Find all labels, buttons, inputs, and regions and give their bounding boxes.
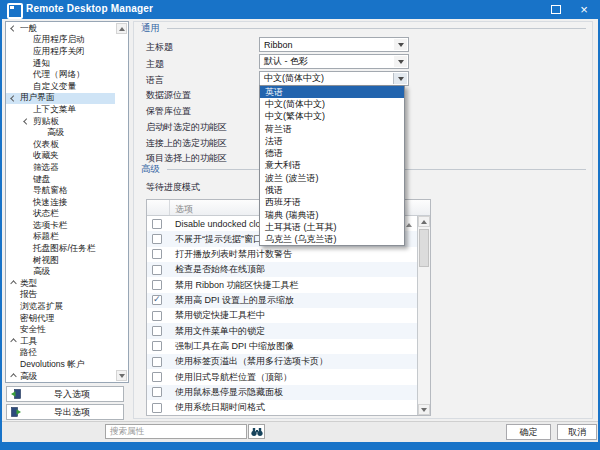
sidebar-item-自定义变量[interactable]: 自定义变量 xyxy=(6,81,115,93)
language-option[interactable]: 中文(繁体中文) xyxy=(260,111,404,123)
sidebar-item-label: 工具 xyxy=(20,336,37,348)
cancel-button[interactable]: 取消 xyxy=(557,424,597,440)
sidebar-item-应用程序启动[interactable]: 应用程序启动 xyxy=(6,35,115,47)
option-row[interactable]: 禁用文件菜单中的锁定 xyxy=(147,323,417,338)
language-option[interactable]: 意大利语 xyxy=(260,160,404,172)
sidebar-item-密钥代理[interactable]: 密钥代理 xyxy=(6,313,115,325)
tree-scroll-up-icon[interactable] xyxy=(116,23,127,34)
chevron-expanded-icon[interactable] xyxy=(10,95,16,101)
option-checkbox[interactable] xyxy=(152,295,162,305)
sidebar-item-键盘[interactable]: 键盘 xyxy=(6,174,115,186)
language-option[interactable]: 法语 xyxy=(260,135,404,147)
language-option[interactable]: 瑞典 (瑞典语) xyxy=(260,209,404,221)
language-option[interactable]: 土耳其语 (土耳其) xyxy=(260,221,404,233)
sidebar-item-路径[interactable]: 路径 xyxy=(6,348,115,360)
scroll-up-icon[interactable] xyxy=(418,216,430,227)
sidebar-item-导航窗格[interactable]: 导航窗格 xyxy=(6,185,115,197)
sidebar-item-label: 选项卡栏 xyxy=(33,220,67,232)
sidebar-item-label: 路径 xyxy=(20,347,37,359)
combobox-语言[interactable]: 中文(简体中文) xyxy=(259,71,409,86)
chevron-down-icon[interactable] xyxy=(393,73,407,84)
sidebar-item-类型[interactable]: 类型 xyxy=(6,278,115,290)
option-row[interactable]: 禁用 Ribbon 功能区快捷工具栏 xyxy=(147,277,417,292)
option-checkbox[interactable] xyxy=(152,357,162,367)
language-option[interactable]: 波兰 (波兰语) xyxy=(260,172,404,184)
option-checkbox[interactable] xyxy=(152,280,162,290)
option-label: 使用鼠标悬停显示隐藏面板 xyxy=(175,386,283,399)
language-option[interactable]: 西班牙语 xyxy=(260,197,404,209)
search-button[interactable] xyxy=(248,424,265,439)
search-input[interactable]: 搜索属性 xyxy=(105,424,247,439)
sidebar-item-状态栏[interactable]: 状态栏 xyxy=(6,209,115,221)
sidebar-item-浏览器扩展[interactable]: 浏览器扩展 xyxy=(6,301,115,313)
combobox-主标题[interactable]: Ribbon xyxy=(259,37,409,52)
option-row[interactable]: 使用鼠标悬停显示隐藏面板 xyxy=(147,385,417,400)
option-checkbox[interactable] xyxy=(152,326,162,336)
option-row[interactable]: 使用系统日期时间格式 xyxy=(147,400,417,415)
option-row[interactable]: 强制工具在高 DPI 中缩放图像 xyxy=(147,339,417,354)
sidebar-item-仪表板[interactable]: 仪表板 xyxy=(6,139,115,151)
sidebar-item-安全性[interactable]: 安全性 xyxy=(6,324,115,336)
option-row[interactable]: 检查是否始终在线顶部 xyxy=(147,262,417,277)
sidebar-item-标题栏[interactable]: 标题栏 xyxy=(6,232,115,244)
option-checkbox[interactable] xyxy=(152,234,162,244)
option-row[interactable]: 禁用锁定快捷工具栏中 xyxy=(147,308,417,323)
chevron-collapsed-icon[interactable] xyxy=(10,339,16,345)
sidebar-item-代理（网络）[interactable]: 代理（网络） xyxy=(6,69,115,81)
sidebar-item-快速连接[interactable]: 快速连接 xyxy=(6,197,115,209)
sidebar-item-剪贴板[interactable]: 剪贴板 xyxy=(6,116,115,128)
option-checkbox[interactable] xyxy=(152,341,162,351)
sidebar-item-选项卡栏[interactable]: 选项卡栏 xyxy=(6,220,115,232)
language-option[interactable]: 德语 xyxy=(260,147,404,159)
sidebar-item-应用程序关闭[interactable]: 应用程序关闭 xyxy=(6,46,115,58)
option-checkbox[interactable] xyxy=(152,403,162,413)
chevron-down-icon[interactable] xyxy=(394,56,407,67)
maximize-button[interactable] xyxy=(543,0,569,19)
import-options-button[interactable]: 导入选项 xyxy=(6,386,124,402)
sidebar-item-高级[interactable]: 高级 xyxy=(6,371,115,381)
language-option[interactable]: 中文(简体中文) xyxy=(260,98,404,110)
option-checkbox[interactable] xyxy=(152,265,162,275)
chevron-collapsed-icon[interactable] xyxy=(10,281,16,287)
option-row[interactable]: 禁用高 DPI 设置上的显示缩放 xyxy=(147,293,417,308)
close-button[interactable]: × xyxy=(571,0,597,19)
sidebar-item-label: 标题栏 xyxy=(33,231,59,243)
options-scrollbar[interactable] xyxy=(417,216,430,415)
option-checkbox[interactable] xyxy=(152,219,162,229)
language-option[interactable]: 乌克兰 (乌克兰语) xyxy=(260,234,404,246)
sidebar-item-高级[interactable]: 高级 xyxy=(6,266,115,278)
chevron-collapsed-icon[interactable] xyxy=(10,373,16,379)
titlebar[interactable]: Remote Desktop Manager × xyxy=(0,0,600,19)
option-checkbox[interactable] xyxy=(152,387,162,397)
sidebar-item-筛选器[interactable]: 筛选器 xyxy=(6,162,115,174)
combobox-主题[interactable]: 默认 - 色彩 xyxy=(259,54,409,69)
sidebar-item-报告[interactable]: 报告 xyxy=(6,290,115,302)
sidebar-item-一般[interactable]: 一般 xyxy=(6,23,115,35)
option-checkbox[interactable] xyxy=(152,372,162,382)
sidebar-item-树视图[interactable]: 树视图 xyxy=(6,255,115,267)
ok-button[interactable]: 确定 xyxy=(506,424,551,440)
sidebar-item-上下文菜单[interactable]: 上下文菜单 xyxy=(6,104,115,116)
language-option[interactable]: 俄语 xyxy=(260,184,404,196)
sidebar-item-通知[interactable]: 通知 xyxy=(6,58,115,70)
export-options-button[interactable]: 导出选项 xyxy=(6,404,124,420)
chevron-expanded-icon[interactable] xyxy=(23,118,29,124)
sidebar-item-用户界面[interactable]: 用户界面 xyxy=(6,93,115,105)
chevron-down-icon[interactable] xyxy=(394,39,407,50)
tree-scroll-down-icon[interactable] xyxy=(116,370,127,381)
scrollbar-thumb[interactable] xyxy=(419,229,429,267)
option-row[interactable]: 使用标签页溢出（禁用多行选项卡页） xyxy=(147,354,417,369)
sidebar-item-托盘图标/任务栏[interactable]: 托盘图标/任务栏 xyxy=(6,243,115,255)
sidebar-item-Devolutions 帐户[interactable]: Devolutions 帐户 xyxy=(6,359,115,371)
option-checkbox[interactable] xyxy=(152,249,162,259)
option-row[interactable]: 打开播放列表时禁用计数警告 xyxy=(147,247,417,262)
option-row[interactable]: 使用旧式导航栏位置（顶部） xyxy=(147,369,417,384)
language-option[interactable]: 英语 xyxy=(260,86,404,98)
scroll-down-icon[interactable] xyxy=(418,404,430,415)
sidebar-item-高级[interactable]: 高级 xyxy=(6,127,115,139)
option-checkbox[interactable] xyxy=(152,311,162,321)
chevron-expanded-icon[interactable] xyxy=(10,26,16,32)
sidebar-item-工具[interactable]: 工具 xyxy=(6,336,115,348)
sidebar-item-收藏夹[interactable]: 收藏夹 xyxy=(6,151,115,163)
language-option[interactable]: 荷兰语 xyxy=(260,123,404,135)
